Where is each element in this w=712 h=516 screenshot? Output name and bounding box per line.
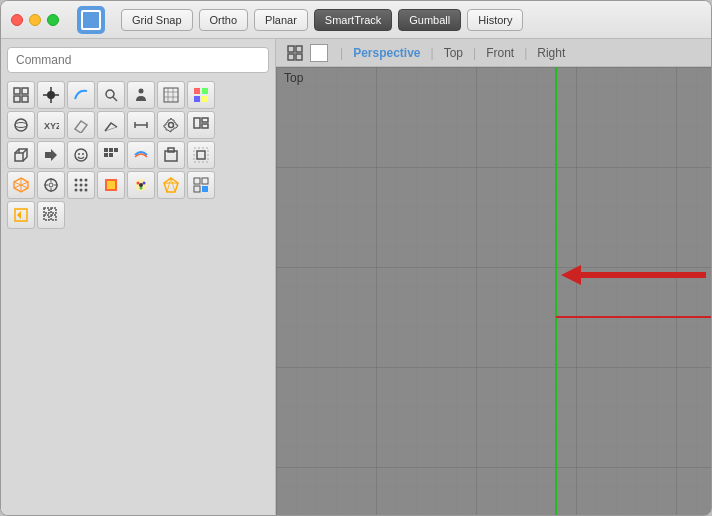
tool-face[interactable] [67,141,95,169]
tool-grid-select[interactable] [157,81,185,109]
tab-perspective[interactable]: Perspective [349,44,424,62]
tool-curve[interactable] [67,81,95,109]
svg-rect-38 [104,148,108,152]
tool-search[interactable] [97,81,125,109]
history-button[interactable]: History [467,9,523,31]
tool-flow[interactable] [127,141,155,169]
tool-box[interactable] [7,141,35,169]
tab-top[interactable]: Top [440,44,467,62]
planar-button[interactable]: Planar [254,9,308,31]
svg-rect-29 [194,118,200,128]
tool-mesh[interactable] [97,111,125,139]
svg-point-22 [15,123,27,128]
gumball-button[interactable]: Gumball [398,9,461,31]
tab-separator-3: | [473,46,476,60]
svg-rect-87 [296,46,302,52]
command-input[interactable] [7,47,269,73]
tool-select[interactable] [7,81,35,109]
tool-settings[interactable] [157,111,185,139]
viewport-area: | Perspective | Top | Front | Right Top [276,39,711,515]
tool-gem[interactable] [157,171,185,199]
titlebar: Grid Snap Ortho Planar SmartTrack Gumbal… [1,1,711,39]
tool-block[interactable] [157,141,185,169]
tool-color[interactable] [187,81,215,109]
svg-point-51 [49,183,53,187]
main-viewport[interactable]: Top [276,67,711,515]
viewport-grid [276,67,711,515]
tool-arrow-left[interactable] [7,201,35,229]
app-icon[interactable] [77,6,105,34]
tool-row-3 [7,141,269,169]
svg-rect-88 [288,54,294,60]
tool-palette[interactable] [127,171,155,199]
svg-rect-20 [202,96,208,102]
tool-row-2: XYZ [7,111,269,139]
tool-sphere[interactable] [7,111,35,139]
svg-rect-89 [296,54,302,60]
svg-point-64 [85,189,88,192]
svg-rect-92 [276,67,711,515]
svg-rect-19 [194,96,200,102]
tool-person[interactable] [127,81,155,109]
tool-color-square[interactable] [97,171,125,199]
svg-rect-66 [107,181,115,189]
tool-3d-box[interactable] [7,171,35,199]
viewport-label: Top [284,71,303,85]
tool-dot-grid[interactable] [37,201,65,229]
tool-point[interactable] [37,81,65,109]
traffic-lights [11,14,59,26]
viewport-grid-icon[interactable] [284,42,306,64]
svg-marker-81 [17,211,21,219]
svg-point-68 [137,182,140,185]
tool-more[interactable] [187,171,215,199]
tool-dimension[interactable] [127,111,155,139]
toolbar-buttons: Grid Snap Ortho Planar SmartTrack Gumbal… [121,9,523,31]
tool-grid-dots[interactable] [67,171,95,199]
svg-point-59 [75,184,78,187]
tool-surface[interactable] [67,111,95,139]
tool-layout[interactable] [187,111,215,139]
svg-point-21 [15,119,27,131]
tab-right[interactable]: Right [533,44,569,62]
tool-circle-target[interactable] [37,171,65,199]
svg-point-11 [139,89,144,94]
tool-row-1 [7,81,269,109]
sidebar: XYZ [1,39,276,515]
svg-rect-76 [194,178,200,184]
svg-marker-72 [164,178,178,192]
tab-separator-2: | [431,46,434,60]
svg-point-57 [80,179,83,182]
ortho-button[interactable]: Ortho [199,9,249,31]
viewport-tabs-bar: | Perspective | Top | Front | Right [276,39,711,67]
svg-point-37 [82,153,84,155]
svg-rect-32 [15,153,23,161]
svg-rect-30 [202,118,208,122]
smarttrack-button[interactable]: SmartTrack [314,9,392,31]
svg-rect-85 [51,215,56,220]
tab-front[interactable]: Front [482,44,518,62]
tool-arrow[interactable] [37,141,65,169]
tool-row-5 [7,201,269,229]
grid-snap-button[interactable]: Grid Snap [121,9,193,31]
svg-rect-84 [44,215,49,220]
svg-rect-12 [164,88,178,102]
maximize-button[interactable] [47,14,59,26]
svg-point-69 [143,182,146,185]
minimize-button[interactable] [29,14,41,26]
close-button[interactable] [11,14,23,26]
svg-point-61 [85,184,88,187]
svg-rect-86 [288,46,294,52]
svg-rect-17 [194,88,200,94]
svg-point-35 [75,149,87,161]
tool-array[interactable] [97,141,125,169]
viewport-toggle[interactable] [310,44,328,62]
svg-rect-3 [22,96,28,102]
svg-rect-77 [202,178,208,184]
svg-point-58 [85,179,88,182]
svg-rect-42 [109,153,113,157]
svg-point-56 [75,179,78,182]
svg-point-62 [75,189,78,192]
tool-xyz[interactable]: XYZ [37,111,65,139]
tool-cage[interactable] [187,141,215,169]
svg-point-9 [106,90,114,98]
